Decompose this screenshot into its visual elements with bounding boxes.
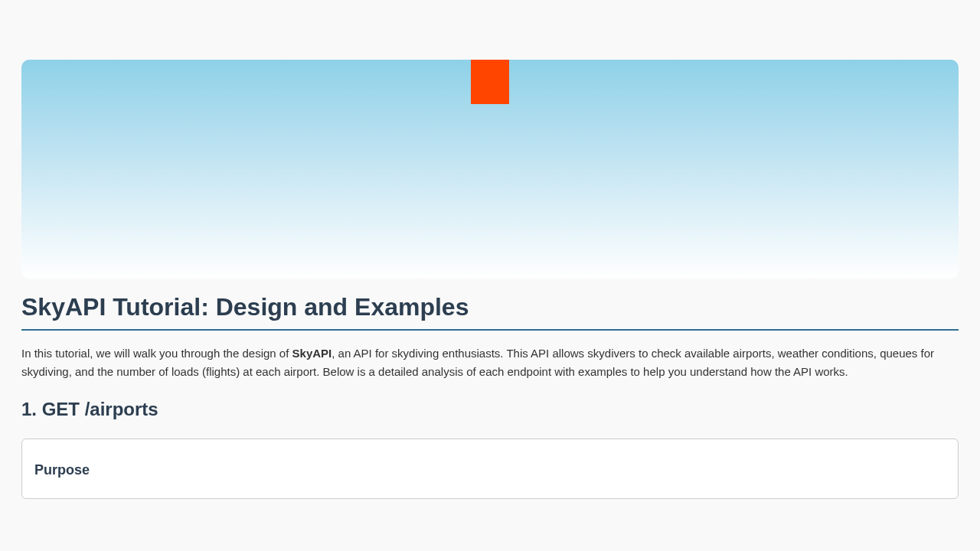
parachute-icon [471,60,509,104]
endpoint-card: Purpose [21,439,959,499]
page-title: SkyAPI Tutorial: Design and Examples [21,292,959,321]
intro-api-name: SkyAPI [292,347,332,360]
intro-paragraph: In this tutorial, we will walk you throu… [21,344,959,381]
hero-banner [21,60,959,279]
intro-text-prefix: In this tutorial, we will walk you throu… [21,347,292,360]
title-divider [21,329,959,331]
card-subheading-purpose: Purpose [34,459,946,481]
section-heading-airports: 1. GET /airports [21,395,959,424]
